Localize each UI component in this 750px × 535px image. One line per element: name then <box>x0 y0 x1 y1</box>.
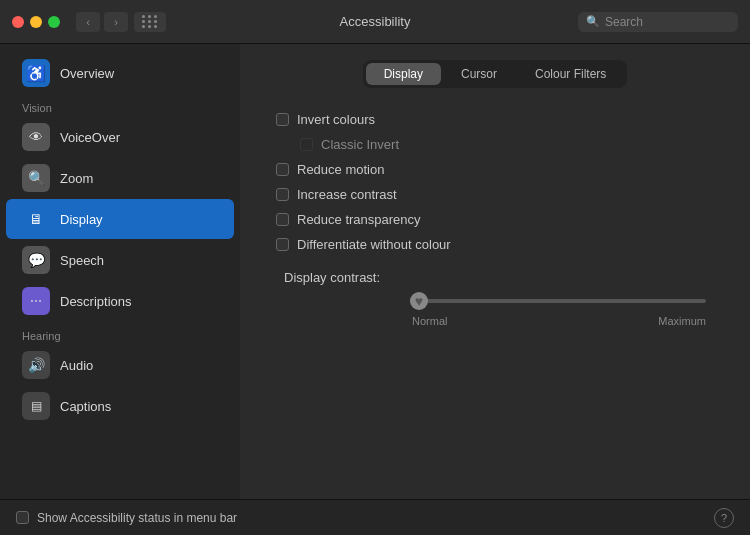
sidebar-label-display: Display <box>60 212 103 227</box>
sidebar-label-captions: Captions <box>60 399 111 414</box>
slider-area: Display contrast: ♥ Normal Maximum <box>276 270 714 327</box>
label-invert-colours: Invert colours <box>297 112 375 127</box>
slider-max-label: Maximum <box>658 315 706 327</box>
forward-button[interactable]: › <box>104 12 128 32</box>
label-increase-contrast: Increase contrast <box>297 187 397 202</box>
sidebar-label-descriptions: Descriptions <box>60 294 132 309</box>
window-title: Accessibility <box>340 14 411 29</box>
zoom-icon: 🔍 <box>22 164 50 192</box>
sidebar-item-speech[interactable]: 💬 Speech <box>6 240 234 280</box>
sidebar-label-overview: Overview <box>60 66 114 81</box>
back-button[interactable]: ‹ <box>76 12 100 32</box>
label-reduce-motion: Reduce motion <box>297 162 384 177</box>
checkbox-differentiate-without-colour[interactable] <box>276 238 289 251</box>
minimize-button[interactable] <box>30 16 42 28</box>
slider-track-wrapper: ♥ <box>412 291 706 311</box>
sidebar-item-overview[interactable]: ♿ Overview <box>6 53 234 93</box>
accessibility-status-label: Show Accessibility status in menu bar <box>37 511 237 525</box>
sidebar-label-voiceover: VoiceOver <box>60 130 120 145</box>
search-placeholder: Search <box>605 15 643 29</box>
speech-icon: 💬 <box>22 246 50 274</box>
titlebar: ‹ › Accessibility 🔍 Search <box>0 0 750 44</box>
sidebar-item-audio[interactable]: 🔊 Audio <box>6 345 234 385</box>
slider-labels: Normal Maximum <box>284 315 706 327</box>
traffic-lights <box>12 16 60 28</box>
option-differentiate-without-colour: Differentiate without colour <box>276 237 714 252</box>
descriptions-icon: ⋯ <box>22 287 50 315</box>
nav-buttons: ‹ › <box>76 12 128 32</box>
close-button[interactable] <box>12 16 24 28</box>
label-classic-invert: Classic Invert <box>321 137 399 152</box>
bottom-bar: Show Accessibility status in menu bar ? <box>0 499 750 535</box>
label-differentiate-without-colour: Differentiate without colour <box>297 237 451 252</box>
sidebar-label-audio: Audio <box>60 358 93 373</box>
option-reduce-transparency: Reduce transparency <box>276 212 714 227</box>
option-increase-contrast: Increase contrast <box>276 187 714 202</box>
label-reduce-transparency: Reduce transparency <box>297 212 421 227</box>
options-area: Invert colours Classic Invert Reduce mot… <box>260 108 730 331</box>
sidebar: ♿ Overview Vision 👁 VoiceOver 🔍 Zoom 🖥 D… <box>0 44 240 499</box>
checkbox-reduce-transparency[interactable] <box>276 213 289 226</box>
sidebar-section-vision: Vision <box>0 94 240 116</box>
option-reduce-motion: Reduce motion <box>276 162 714 177</box>
checkbox-increase-contrast[interactable] <box>276 188 289 201</box>
sidebar-section-hearing: Hearing <box>0 322 240 344</box>
sidebar-item-voiceover[interactable]: 👁 VoiceOver <box>6 117 234 157</box>
maximize-button[interactable] <box>48 16 60 28</box>
overview-icon: ♿ <box>22 59 50 87</box>
tab-display[interactable]: Display <box>366 63 441 85</box>
slider-label: Display contrast: <box>284 270 380 285</box>
apps-grid-icon <box>142 15 158 28</box>
audio-icon: 🔊 <box>22 351 50 379</box>
tab-colour-filters[interactable]: Colour Filters <box>517 63 624 85</box>
sidebar-label-zoom: Zoom <box>60 171 93 186</box>
option-classic-invert: Classic Invert <box>300 137 714 152</box>
tab-bar: Display Cursor Colour Filters <box>363 60 628 88</box>
main-content: ♿ Overview Vision 👁 VoiceOver 🔍 Zoom 🖥 D… <box>0 44 750 499</box>
apps-button[interactable] <box>134 12 166 32</box>
help-button[interactable]: ? <box>714 508 734 528</box>
checkbox-invert-colours[interactable] <box>276 113 289 126</box>
option-invert-colours: Invert colours <box>276 112 714 127</box>
sidebar-item-display[interactable]: 🖥 Display <box>6 199 234 239</box>
slider-track: ♥ <box>412 299 706 303</box>
checkbox-reduce-motion[interactable] <box>276 163 289 176</box>
sidebar-label-speech: Speech <box>60 253 104 268</box>
right-panel: Display Cursor Colour Filters Invert col… <box>240 44 750 499</box>
tab-cursor[interactable]: Cursor <box>443 63 515 85</box>
slider-label-row: Display contrast: <box>284 270 706 285</box>
captions-icon: ▤ <box>22 392 50 420</box>
voiceover-icon: 👁 <box>22 123 50 151</box>
sidebar-item-captions[interactable]: ▤ Captions <box>6 386 234 426</box>
slider-min-label: Normal <box>412 315 447 327</box>
sidebar-item-descriptions[interactable]: ⋯ Descriptions <box>6 281 234 321</box>
slider-thumb[interactable]: ♥ <box>410 292 428 310</box>
display-icon: 🖥 <box>22 205 50 233</box>
sidebar-item-zoom[interactable]: 🔍 Zoom <box>6 158 234 198</box>
checkbox-classic-invert[interactable] <box>300 138 313 151</box>
search-box[interactable]: 🔍 Search <box>578 12 738 32</box>
search-icon: 🔍 <box>586 15 600 28</box>
checkbox-accessibility-status[interactable] <box>16 511 29 524</box>
